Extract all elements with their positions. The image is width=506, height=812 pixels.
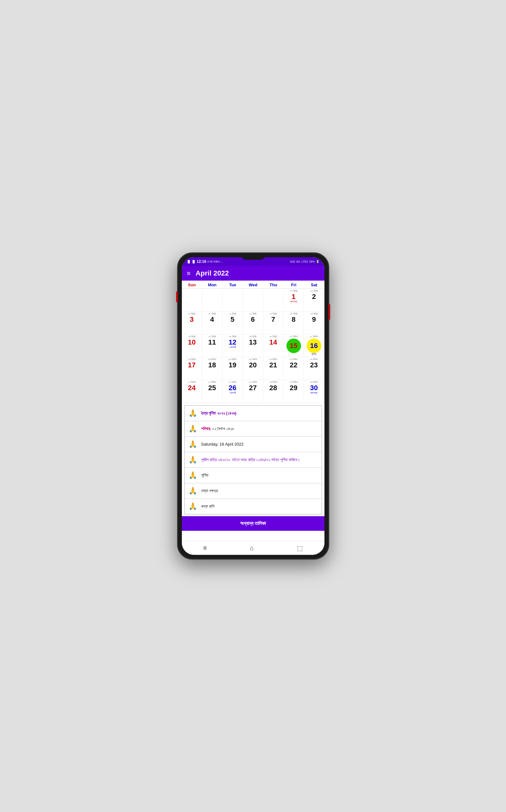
event-label: অমাবস্যা — [290, 301, 297, 303]
network-info: Vol1 4G: LTE2 — [290, 260, 308, 263]
cal-cell-apr27[interactable]: ১৩ বৈশাখ 27 — [243, 380, 263, 403]
phone-frame: ▐▌ ▐▌ 12:16 0.00 KB/s ... Vol1 4G: LTE2 … — [177, 252, 329, 560]
info-row-6: 🙏 হস্তা নক্ষত্র — [185, 483, 322, 499]
battery-level: 39% — [309, 260, 315, 263]
cal-cell-apr8[interactable]: ২৪ চৈত্র 8 — [283, 312, 304, 334]
day-header-thu: Thu — [263, 283, 283, 287]
main-date: 23 — [310, 361, 318, 369]
day-name: শনিবার — [201, 426, 210, 431]
bottom-button[interactable]: অন্যান্য তালিকা — [182, 516, 324, 531]
bangla-date: ১১ বৈশাখ — [208, 381, 216, 384]
cal-cell-apr13[interactable]: ২৯ চৈত্র 13 — [243, 334, 263, 357]
header-title: April 2022 — [195, 269, 229, 278]
bangla-date: ১৯ চৈত্র — [188, 312, 195, 315]
cal-cell-apr20[interactable]: ০৬ বৈশাখ 20 — [243, 357, 263, 380]
cal-cell-apr21[interactable]: ০৭ বৈশাখ 21 — [263, 357, 283, 380]
bangla-date: ২৫ চৈত্র — [311, 312, 318, 315]
cal-cell-empty[interactable] — [223, 289, 243, 312]
main-date: 9 — [312, 316, 316, 323]
krishna-icon-5: 🙏 — [188, 470, 198, 481]
nav-menu-icon[interactable]: ≡ — [203, 544, 207, 552]
main-date: 21 — [269, 361, 277, 369]
cal-cell-apr15[interactable]: ০১ বৈশাখ 15 — [283, 334, 304, 357]
cal-cell-apr26[interactable]: ১২ বৈশাখ 26 একাদশী — [223, 380, 243, 403]
cal-cell-apr14[interactable]: ৩০ চৈত্র 14 — [263, 334, 283, 357]
bangla-date: ১০ বৈশাখ — [188, 381, 196, 384]
cal-cell-apr11[interactable]: ২৭ চৈত্র 11 — [202, 334, 223, 357]
bangla-date-info: , ০২ বৈশাখ ১৪২৯ — [210, 426, 234, 431]
day-header-sat: Sat — [304, 283, 324, 287]
cal-cell-apr22[interactable]: ০৮ বৈশাখ 22 — [283, 357, 304, 380]
cal-cell-apr3[interactable]: ১৯ চৈত্র 3 — [182, 312, 202, 334]
event-label: একাদশী — [229, 346, 236, 349]
info-row-3: 🙏 Saturday, 16 April 2022 — [185, 437, 322, 452]
bangla-date: ২০ চৈত্র — [208, 312, 216, 315]
main-date: 13 — [249, 338, 257, 346]
info-text-2: শনিবার, ০২ বৈশাখ ১৪২৯ — [201, 426, 234, 432]
bangla-date: ০৩ বৈশাখ — [188, 358, 196, 361]
bangla-date: ০২ বৈশাখ — [310, 335, 318, 338]
info-row-4: 🙏 পূর্বদিন রাত্রি ১/৫৫/২০ হইতে অদ্য রাত্… — [185, 452, 322, 468]
cal-cell-apr23[interactable]: ০৯ বৈশাখ 23 — [304, 357, 324, 380]
cal-cell-empty[interactable] — [243, 289, 263, 312]
krishna-icon-7: 🙏 — [188, 501, 198, 511]
bangla-date: ২১ চৈত্র — [229, 312, 236, 315]
cal-cell-apr2[interactable]: ১৮ চৈত্র 2 — [304, 289, 324, 312]
cal-cell-apr18[interactable]: ০৪ বৈশাখ 18 — [202, 357, 223, 380]
info-section: 🙏 চৈত্র পূর্ণিমা ২০২২ (১৪২৯) 🙏 শনিবার, ০… — [184, 405, 322, 514]
cal-cell-apr28[interactable]: ১৪ বৈশাখ 28 — [263, 380, 283, 403]
status-right: Vol1 4G: LTE2 39% 🔋 — [290, 260, 319, 263]
main-date: 18 — [208, 361, 216, 369]
main-date: 29 — [289, 384, 297, 392]
cal-cell-empty[interactable] — [263, 289, 283, 312]
main-date: 30 — [310, 384, 318, 392]
cal-cell-apr16[interactable]: ০২ বৈশাখ 16 পূর্ণিমা — [304, 334, 324, 357]
nav-back-icon[interactable]: ⬚ — [297, 544, 303, 552]
krishna-icon-1: 🙏 — [188, 408, 198, 418]
main-date: 25 — [208, 384, 216, 392]
krishna-icon-2: 🙏 — [188, 424, 198, 434]
cal-cell-apr6[interactable]: ২২ চৈত্র 6 — [243, 312, 263, 334]
bangla-date: ১৪ বৈশাখ — [269, 381, 277, 384]
menu-icon[interactable]: ≡ — [187, 270, 191, 277]
cal-cell-apr5[interactable]: ২১ চৈত্র 5 — [223, 312, 243, 334]
info-text-7: কন্যা রাশি — [201, 504, 215, 509]
bangla-date: ২৯ চৈত্র — [249, 335, 256, 338]
cal-cell-apr4[interactable]: ২০ চৈত্র 4 — [202, 312, 223, 334]
event-label: পূর্ণিমা — [312, 353, 317, 356]
cal-cell-apr17[interactable]: ০৩ বৈশাখ 17 — [182, 357, 202, 380]
app-header: ≡ April 2022 — [182, 266, 324, 281]
cal-cell-apr9[interactable]: ২৫ চৈত্র 9 — [304, 312, 324, 334]
cal-cell-apr10[interactable]: ২৬ চৈত্র 10 — [182, 334, 202, 357]
bangla-date: ০১ বৈশাখ — [289, 335, 298, 338]
main-date: 2 — [312, 293, 316, 301]
bangla-date: ২৮ চৈত্র — [229, 335, 236, 338]
calendar-grid: ১৭ চৈত্র 1 অমাবস্যা ১৮ চৈত্র 2 ১৯ চৈত্র … — [182, 289, 324, 403]
dots: ... — [221, 260, 223, 263]
main-date: 14 — [269, 338, 277, 346]
data-speed: 0.00 KB/s — [207, 260, 220, 263]
cal-cell-apr24[interactable]: ১০ বৈশাখ 24 — [182, 380, 202, 403]
nav-home-icon[interactable]: ⌂ — [250, 544, 254, 552]
main-date: 19 — [229, 361, 236, 369]
bangla-date: ১৬ বৈশাখ — [310, 381, 318, 384]
bangla-date: ১৫ বৈশাখ — [289, 381, 298, 384]
main-date: 17 — [188, 361, 195, 369]
cal-cell-apr7[interactable]: ২৩ চৈত্র 7 — [263, 312, 283, 334]
bangla-date: ২৭ চৈত্র — [208, 335, 216, 338]
cal-cell-empty[interactable] — [202, 289, 223, 312]
main-date: 4 — [210, 316, 214, 323]
cal-cell-apr1[interactable]: ১৭ চৈত্র 1 অমাবস্যা — [283, 289, 304, 312]
signal-icons: ▐▌ ▐▌ — [187, 260, 196, 263]
cal-cell-apr25[interactable]: ১১ বৈশাখ 25 — [202, 380, 223, 403]
status-left: ▐▌ ▐▌ 12:16 0.00 KB/s ... — [187, 260, 223, 264]
info-text-5: পূর্ণিমা — [201, 473, 208, 478]
cal-cell-empty[interactable] — [182, 289, 202, 312]
main-date: 15 — [289, 342, 297, 349]
cal-cell-apr30[interactable]: ১৬ বৈশাখ 30 অমাবস্যা — [304, 380, 324, 403]
cal-cell-apr29[interactable]: ১৫ বৈশাখ 29 — [283, 380, 304, 403]
cal-cell-apr19[interactable]: ০৫ বৈশাখ 19 — [223, 357, 243, 380]
cal-cell-apr12[interactable]: ২৮ চৈত্র 12 একাদশী — [223, 334, 243, 357]
main-date: 16 — [310, 342, 318, 349]
info-text-1: চৈত্র পূর্ণিমা ২০২২ (১৪২৯) — [201, 410, 237, 416]
